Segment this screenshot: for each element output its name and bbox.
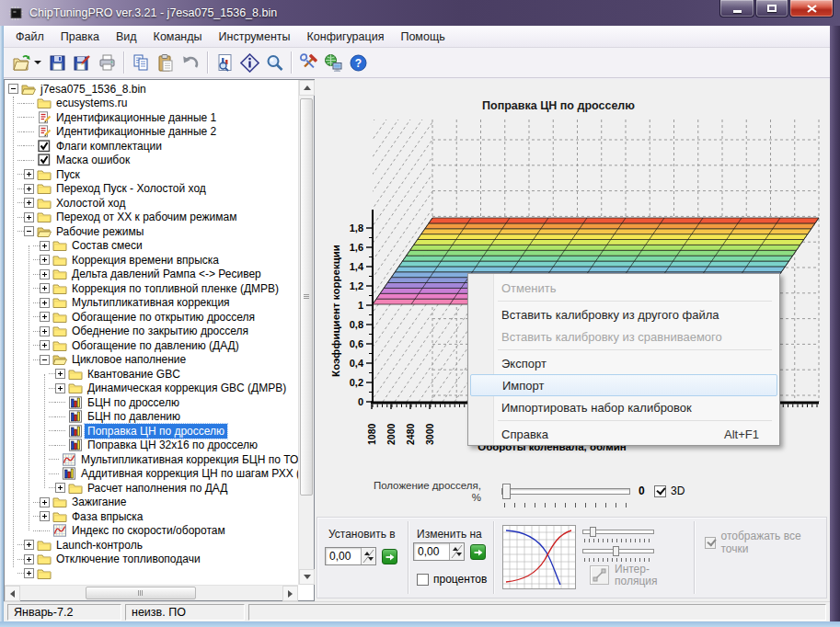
tree-item[interactable]: Рабочие режимы	[5, 224, 298, 239]
tree-item[interactable]: Переход Пуск - Холостой ход	[5, 182, 298, 197]
info-button[interactable]	[237, 51, 262, 75]
smoothing-slider-2[interactable]	[582, 546, 654, 563]
expand-plus-icon[interactable]	[24, 184, 34, 194]
find-button[interactable]	[262, 51, 287, 75]
collapse-minus-icon[interactable]	[24, 226, 34, 236]
maximize-button[interactable]	[755, 0, 788, 17]
tree-item[interactable]: Мультипликативная коррекция БЦН по ТО	[5, 452, 298, 467]
curve-preview-thumbnail[interactable]	[502, 525, 576, 589]
expand-plus-icon[interactable]	[24, 169, 34, 179]
context-menu-item[interactable]: СправкаAlt+F1	[468, 423, 779, 445]
tree-item[interactable]: Флаги комплектации	[5, 139, 298, 154]
tree-item-selected[interactable]: Поправка ЦН по дросселю	[5, 424, 298, 439]
expand-plus-icon[interactable]	[24, 554, 34, 564]
preview-button[interactable]	[213, 51, 237, 75]
expand-plus-icon[interactable]	[24, 540, 34, 550]
expand-plus-icon[interactable]	[40, 298, 50, 308]
tree-item[interactable]: j7esa075_1536_8.bin	[5, 82, 298, 97]
expand-plus-icon[interactable]	[40, 340, 50, 350]
throttle-slider-thumb[interactable]	[502, 484, 511, 499]
context-menu-item[interactable]: Экспорт	[468, 352, 779, 374]
undo-button[interactable]	[178, 51, 203, 75]
menu-6[interactable]: Конфигурация	[299, 27, 393, 47]
expand-plus-icon[interactable]	[40, 269, 50, 279]
tree-hscroll-thumb[interactable]	[86, 587, 196, 599]
smoothing-slider-1[interactable]	[582, 527, 654, 543]
tree-item[interactable]: Отключение топливоподачи	[5, 553, 298, 567]
tree-item[interactable]: Пуск	[5, 167, 298, 182]
expand-plus-icon[interactable]	[40, 312, 50, 322]
tree-item[interactable]	[5, 566, 298, 581]
tree-item[interactable]: Переход от ХХ к рабочим режимам	[5, 211, 298, 225]
tree-item[interactable]: Мультипликативная коррекция	[5, 296, 298, 311]
save-as-button[interactable]	[70, 51, 95, 75]
expand-plus-icon[interactable]	[40, 255, 50, 265]
tree-horizontal-scrollbar[interactable]	[5, 585, 298, 600]
expand-plus-icon[interactable]	[40, 283, 50, 293]
interpolation-button[interactable]	[590, 565, 609, 585]
menu-4[interactable]: Команды	[145, 27, 211, 47]
expand-plus-icon[interactable]	[55, 369, 65, 379]
show-all-points-checkbox[interactable]	[705, 537, 716, 549]
tree-item[interactable]: ecusystems.ru	[5, 97, 298, 111]
throttle-slider-track[interactable]	[501, 488, 630, 495]
scroll-right-button[interactable]	[282, 586, 298, 601]
tree-item[interactable]: Launch-контроль	[5, 538, 298, 553]
tree-item[interactable]: Фаза впрыска	[5, 509, 298, 524]
context-menu-item[interactable]: Отменить	[468, 277, 779, 299]
tree-item[interactable]: Состав смеси	[5, 239, 298, 254]
menu-2[interactable]: Правка	[52, 27, 108, 47]
context-menu-item[interactable]: Вставить калибровку из сравниваемого	[468, 325, 779, 348]
menu-3[interactable]: Вид	[108, 27, 145, 47]
expand-plus-icon[interactable]	[40, 241, 50, 251]
expand-plus-icon[interactable]	[40, 497, 50, 507]
help-button[interactable]: ?	[346, 51, 371, 75]
save-button[interactable]	[45, 51, 70, 75]
expand-plus-icon[interactable]	[55, 383, 65, 393]
collapse-minus-icon[interactable]	[40, 355, 50, 365]
tree-item[interactable]: Идентификационные данные 2	[5, 125, 298, 140]
menu-1[interactable]: Файл	[7, 27, 52, 47]
menu-5[interactable]: Инструменты	[211, 27, 299, 47]
tree-item[interactable]: Обеднение по закрытию дросселя	[5, 325, 298, 339]
open-button[interactable]	[9, 51, 34, 75]
tools-button[interactable]	[296, 51, 321, 75]
title-bar[interactable]: ChipTuningPRO ver.3.21 - j7esa075_1536_8…	[0, 0, 840, 26]
expand-plus-icon[interactable]	[55, 483, 65, 493]
tree-item[interactable]: БЦН по дросселю	[5, 395, 298, 410]
expand-plus-icon[interactable]	[40, 326, 50, 336]
context-menu-item[interactable]: Импортировать набор калибровок	[468, 396, 779, 418]
tree-item[interactable]: Холостой ход	[5, 196, 298, 211]
tree-item[interactable]: Цикловое наполнение	[5, 353, 298, 368]
minimize-button[interactable]	[719, 0, 754, 17]
print-button[interactable]	[95, 51, 120, 75]
tree-item[interactable]: Поправка ЦН 32x16 по дросселю	[5, 439, 298, 453]
expand-plus-icon[interactable]	[24, 568, 34, 578]
tree-item[interactable]: Идентификационные данные 1	[5, 110, 298, 125]
tree-item[interactable]: Аддитивная коррекция ЦН по шагам РХХ (	[5, 467, 298, 482]
set-value-spinbox[interactable]: 0,00	[325, 547, 376, 565]
tree-item[interactable]: Зажигание	[5, 496, 298, 510]
open-dropdown-caret[interactable]	[34, 61, 41, 64]
change-by-spinner[interactable]	[449, 543, 464, 560]
tree-item[interactable]: Обогащение по открытию дросселя	[5, 310, 298, 325]
apply-change-button[interactable]	[470, 544, 486, 560]
scroll-down-button[interactable]	[299, 569, 315, 585]
expand-plus-icon[interactable]	[40, 511, 50, 521]
tree-item[interactable]: Маска ошибок	[5, 154, 298, 168]
expand-plus-icon[interactable]	[24, 212, 34, 222]
3d-checkbox[interactable]	[654, 485, 666, 497]
context-menu-item[interactable]: Импорт	[470, 374, 777, 396]
tree-item[interactable]: Дельта давлений Рампа <-> Ресивер	[5, 268, 298, 282]
network-button[interactable]	[321, 51, 346, 75]
context-menu-item[interactable]: Вставить калибровку из другого файла	[468, 303, 779, 325]
tree-item[interactable]: Расчет наполнения по ДАД	[5, 481, 298, 496]
set-value-spinner[interactable]	[361, 548, 375, 564]
copy-button[interactable]	[129, 51, 154, 75]
tree-vscroll-thumb[interactable]	[300, 98, 313, 496]
tree-item[interactable]: Коррекция времени впрыска	[5, 253, 298, 268]
tree-item[interactable]: Динамическая коррекция GBC (ДМРВ)	[5, 382, 298, 396]
menu-7[interactable]: Помощь	[392, 27, 453, 47]
tree-item[interactable]: Обогащение по давлению (ДАД)	[5, 338, 298, 353]
expand-plus-icon[interactable]	[24, 198, 34, 208]
